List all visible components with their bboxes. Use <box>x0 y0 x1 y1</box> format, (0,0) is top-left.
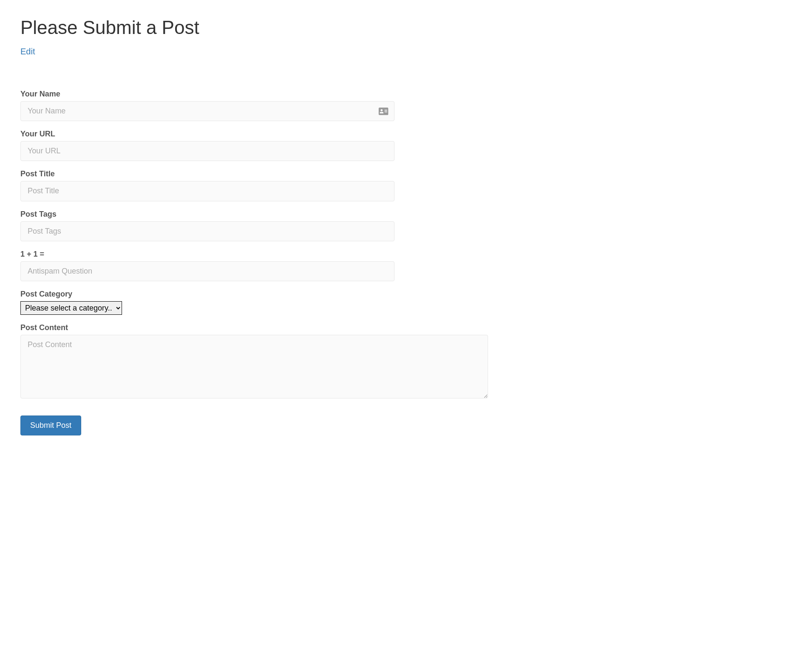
post-title-input[interactable] <box>20 181 395 201</box>
page-title: Please Submit a Post <box>20 17 792 38</box>
content-label: Post Content <box>20 323 792 332</box>
name-input[interactable] <box>20 101 395 121</box>
form-group-name: Your Name <box>20 90 792 121</box>
antispam-label: 1 + 1 = <box>20 250 792 259</box>
form-group-url: Your URL <box>20 130 792 161</box>
form-group-antispam: 1 + 1 = <box>20 250 792 281</box>
name-label: Your Name <box>20 90 792 99</box>
submit-post-button[interactable]: Submit Post <box>20 415 81 435</box>
post-tags-input[interactable] <box>20 221 395 241</box>
category-label: Post Category <box>20 290 792 299</box>
post-tags-label: Post Tags <box>20 210 792 219</box>
edit-link[interactable]: Edit <box>20 47 35 57</box>
url-label: Your URL <box>20 130 792 138</box>
contact-card-icon <box>378 107 389 116</box>
form-group-content: Post Content <box>20 323 792 400</box>
content-textarea[interactable] <box>20 335 488 399</box>
form-group-category: Post Category Please select a category.. <box>20 290 792 315</box>
form-group-post-tags: Post Tags <box>20 210 792 241</box>
category-select[interactable]: Please select a category.. <box>20 301 122 315</box>
antispam-input[interactable] <box>20 261 395 281</box>
form-group-post-title: Post Title <box>20 170 792 201</box>
post-title-label: Post Title <box>20 170 792 178</box>
url-input[interactable] <box>20 141 395 161</box>
submit-post-form: Your Name Your URL Post Title Post Tags … <box>20 90 792 435</box>
